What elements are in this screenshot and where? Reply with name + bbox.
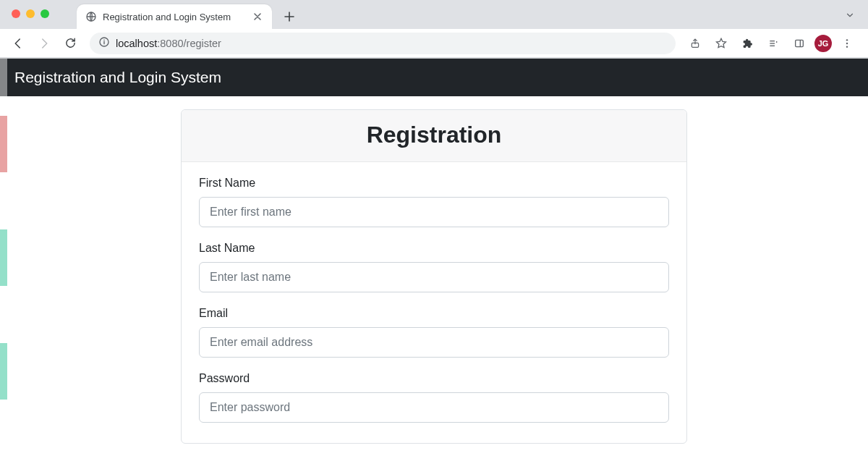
- password-input[interactable]: [199, 392, 669, 423]
- registration-card: Registration First Name Last Name Email …: [181, 109, 687, 444]
- page-viewport: Registration and Login System Registrati…: [0, 59, 868, 456]
- svg-rect-8: [796, 40, 804, 46]
- window-controls: [12, 9, 49, 18]
- kebab-menu-icon[interactable]: [836, 33, 858, 54]
- address-bar[interactable]: localhost:8080/register: [90, 33, 676, 54]
- browser-toolbar: localhost:8080/register JG: [0, 29, 868, 58]
- window-minimize-button[interactable]: [26, 9, 35, 18]
- profile-initials: JG: [818, 39, 829, 48]
- last-name-input[interactable]: [199, 262, 669, 292]
- email-input[interactable]: [199, 327, 669, 358]
- card-body: First Name Last Name Email Password: [182, 162, 686, 443]
- tab-strip: Registration and Login System: [0, 0, 868, 29]
- app-navbar: Registration and Login System: [0, 59, 868, 96]
- card-header: Registration: [182, 110, 686, 162]
- forward-button[interactable]: [33, 33, 55, 54]
- reading-list-icon[interactable]: [762, 33, 784, 54]
- url-text: localhost:8080/register: [116, 38, 221, 49]
- svg-point-10: [846, 39, 848, 41]
- profile-avatar[interactable]: JG: [814, 35, 832, 52]
- globe-icon: [85, 11, 97, 22]
- url-host: localhost: [116, 38, 157, 49]
- form-group-email: Email: [199, 307, 669, 358]
- svg-point-11: [846, 42, 848, 43]
- navbar-brand: Registration and Login System: [14, 69, 221, 85]
- email-label: Email: [199, 307, 669, 320]
- tab-title: Registration and Login System: [103, 12, 231, 22]
- bookmark-star-icon[interactable]: [710, 33, 732, 54]
- svg-point-12: [846, 46, 848, 47]
- window-maximize-button[interactable]: [41, 9, 49, 18]
- reload-button[interactable]: [59, 33, 81, 54]
- form-group-password: Password: [199, 372, 669, 423]
- browser-chrome: Registration and Login System loca: [0, 0, 868, 59]
- svg-point-3: [103, 40, 105, 41]
- tab-close-button[interactable]: [252, 11, 263, 22]
- share-icon[interactable]: [684, 33, 706, 54]
- last-name-label: Last Name: [199, 242, 669, 255]
- tab-search-button[interactable]: [845, 10, 855, 23]
- toolbar-right: JG: [684, 33, 861, 54]
- side-panel-icon[interactable]: [788, 33, 810, 54]
- extensions-icon[interactable]: [736, 33, 758, 54]
- window-close-button[interactable]: [12, 9, 20, 18]
- browser-tab[interactable]: Registration and Login System: [77, 4, 272, 29]
- form-group-last-name: Last Name: [199, 242, 669, 292]
- back-button[interactable]: [7, 33, 29, 54]
- content-wrap: Registration First Name Last Name Email …: [0, 96, 868, 444]
- decorative-stripes: [0, 59, 7, 456]
- form-group-first-name: First Name: [199, 177, 669, 227]
- site-info-icon[interactable]: [98, 36, 110, 50]
- url-path: /register: [184, 38, 221, 49]
- first-name-input[interactable]: [199, 197, 669, 227]
- card-title: Registration: [182, 122, 686, 148]
- password-label: Password: [199, 372, 669, 385]
- url-port: :8080: [157, 38, 183, 49]
- first-name-label: First Name: [199, 177, 669, 190]
- new-tab-button[interactable]: [279, 7, 299, 27]
